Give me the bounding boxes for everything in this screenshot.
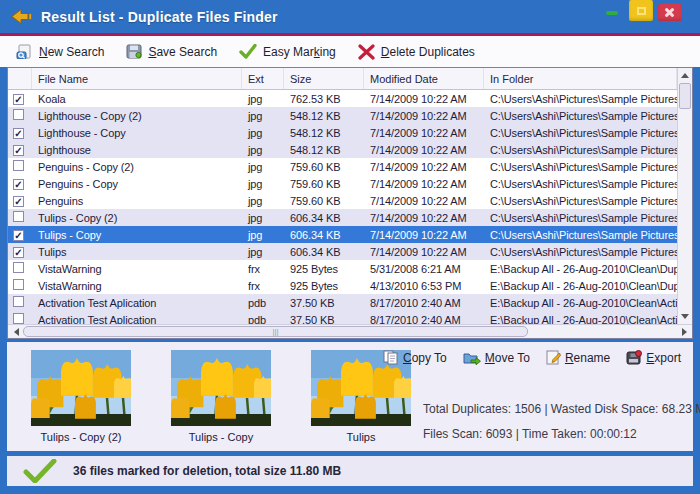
modified-date-cell: 7/14/2009 10:22 AM — [364, 195, 484, 207]
modified-date-cell: 5/31/2008 6:21 AM — [364, 263, 484, 275]
new-search-button[interactable]: New Search — [16, 44, 104, 59]
rename-button[interactable]: Rename — [546, 350, 610, 365]
maximize-button[interactable] — [629, 0, 653, 21]
scroll-down-icon[interactable] — [678, 310, 692, 323]
row-checkbox[interactable] — [13, 196, 24, 207]
ext-cell: jpg — [242, 144, 284, 156]
row-checkbox[interactable] — [13, 94, 24, 105]
file-name-cell: Lighthouse - Copy (2) — [32, 110, 242, 122]
copy-to-button[interactable]: Copy To — [383, 350, 447, 365]
table-row[interactable]: Tulips - Copy (2) jpg 606.34 KB 7/14/200… — [8, 209, 677, 226]
in-folder-cell: C:\Users\Ashi\Pictures\Sample Pictures\ — [484, 212, 677, 224]
in-folder-cell: E:\Backup All - 26-Aug-2010\Clean\Duplic… — [484, 263, 677, 275]
row-checkbox[interactable] — [13, 279, 24, 290]
tulips-thumbnail[interactable] — [31, 350, 131, 426]
in-folder-cell: E:\Backup All - 26-Aug-2010\Clean\Duplic… — [484, 280, 677, 292]
row-checkbox[interactable] — [13, 179, 24, 190]
move-to-label: Move To — [485, 351, 530, 365]
file-name-cell: VistaWarning — [32, 263, 242, 275]
save-search-button[interactable]: Save Search — [126, 44, 217, 59]
header-file-name[interactable]: File Name — [32, 68, 242, 89]
rename-pencil-icon — [546, 350, 561, 365]
table-row[interactable]: Activation Test Aplication pdb 37.50 KB … — [8, 294, 677, 311]
delete-duplicates-button[interactable]: Delete Duplicates — [358, 44, 475, 60]
table-row[interactable]: VistaWarning frx 925 Bytes 5/31/2008 6:2… — [8, 260, 677, 277]
table-row[interactable]: VistaWarning frx 925 Bytes 4/13/2010 6:5… — [8, 277, 677, 294]
row-checkbox[interactable] — [13, 109, 24, 120]
minimize-button[interactable] — [600, 4, 624, 21]
table-row[interactable]: Tulips jpg 606.34 KB 7/14/2009 10:22 AM … — [8, 243, 677, 260]
table-row[interactable]: Tulips - Copy jpg 606.34 KB 7/14/2009 10… — [8, 226, 677, 243]
checkbox-cell — [8, 262, 32, 275]
modified-date-cell: 4/13/2010 6:53 PM — [364, 280, 484, 292]
modified-date-cell: 8/17/2010 2:40 AM — [364, 314, 484, 325]
size-cell: 759.60 KB — [284, 195, 364, 207]
checkbox-cell — [8, 93, 32, 105]
table-row[interactable]: Lighthouse jpg 548.12 KB 7/14/2009 10:22… — [8, 141, 677, 158]
minimize-icon — [606, 11, 618, 15]
ext-cell: jpg — [242, 127, 284, 139]
status-check-icon — [23, 459, 57, 483]
modified-date-cell: 8/17/2010 2:40 AM — [364, 297, 484, 309]
checkbox-cell — [8, 279, 32, 292]
table-row[interactable]: Penguins - Copy jpg 759.60 KB 7/14/2009 … — [8, 175, 677, 192]
scroll-right-icon[interactable] — [677, 325, 691, 338]
file-name-cell: Activation Test Aplication — [32, 314, 242, 325]
header-modified-date[interactable]: Modified Date — [364, 68, 484, 89]
row-checkbox[interactable] — [13, 247, 24, 258]
horizontal-scroll-thumb[interactable] — [23, 326, 528, 337]
easy-marking-button[interactable]: Easy Marking — [239, 44, 336, 59]
window-controls — [600, 0, 692, 33]
table-row[interactable]: Penguins jpg 759.60 KB 7/14/2009 10:22 A… — [8, 192, 677, 209]
results-table: File Name Ext Size Modified Date In Fold… — [7, 67, 693, 339]
in-folder-cell: C:\Users\Ashi\Pictures\Sample Pictures\ — [484, 246, 677, 258]
header-size[interactable]: Size — [284, 68, 364, 89]
row-checkbox[interactable] — [13, 145, 24, 156]
ext-cell: jpg — [242, 93, 284, 105]
row-checkbox[interactable] — [13, 160, 24, 171]
vertical-scroll-thumb[interactable] — [679, 83, 691, 109]
table-row[interactable]: Koala jpg 762.53 KB 7/14/2009 10:22 AM C… — [8, 90, 677, 107]
table-row[interactable]: Lighthouse - Copy (2) jpg 548.12 KB 7/14… — [8, 107, 677, 124]
header-checkbox-column[interactable] — [8, 68, 32, 89]
checkbox-cell — [8, 144, 32, 156]
header-ext[interactable]: Ext — [242, 68, 284, 89]
table-row[interactable]: Penguins - Copy (2) jpg 759.60 KB 7/14/2… — [8, 158, 677, 175]
table-body: Koala jpg 762.53 KB 7/14/2009 10:22 AM C… — [8, 90, 677, 324]
in-folder-cell: C:\Users\Ashi\Pictures\Sample Pictures\ — [484, 110, 677, 122]
toolbar: New Search Save Search Easy Marking Dele… — [0, 36, 700, 67]
size-cell: 606.34 KB — [284, 212, 364, 224]
file-preview: Tulips - Copy (2) — [29, 350, 133, 451]
move-to-button[interactable]: Move To — [463, 350, 530, 365]
size-cell: 925 Bytes — [284, 263, 364, 275]
row-checkbox[interactable] — [13, 230, 24, 241]
export-label: Export — [646, 351, 681, 365]
tulips-thumbnail[interactable] — [171, 350, 271, 426]
header-in-folder[interactable]: In Folder — [484, 68, 677, 89]
row-checkbox[interactable] — [13, 313, 24, 324]
close-button[interactable] — [658, 4, 682, 21]
scroll-left-icon[interactable] — [9, 325, 23, 338]
in-folder-cell: E:\Backup All - 26-Aug-2010\Clean\Activa… — [484, 297, 677, 309]
checkmark-icon — [239, 44, 257, 59]
row-checkbox[interactable] — [13, 262, 24, 273]
bottom-right-panel: Copy To Move To Rename — [423, 342, 693, 451]
row-checkbox[interactable] — [13, 211, 24, 222]
scroll-up-icon[interactable] — [678, 69, 692, 82]
row-checkbox[interactable] — [13, 128, 24, 139]
table-row[interactable]: Activation Test Aplication pdb 37.50 KB … — [8, 311, 677, 324]
modified-date-cell: 7/14/2009 10:22 AM — [364, 127, 484, 139]
ext-cell: frx — [242, 263, 284, 275]
size-cell: 762.53 KB — [284, 93, 364, 105]
vertical-scrollbar[interactable] — [677, 68, 692, 324]
table-row[interactable]: Lighthouse - Copy jpg 548.12 KB 7/14/200… — [8, 124, 677, 141]
horizontal-scrollbar[interactable] — [8, 324, 692, 338]
row-checkbox[interactable] — [13, 296, 24, 307]
checkbox-cell — [8, 229, 32, 241]
in-folder-cell: C:\Users\Ashi\Pictures\Sample Pictures\ — [484, 144, 677, 156]
statistics: Total Duplicates: 1506 | Wasted Disk Spa… — [423, 397, 681, 447]
export-button[interactable]: Export — [626, 350, 681, 365]
titlebar: Result List - Duplicate Files Finder — [0, 0, 700, 33]
statusbar: 36 files marked for deletion, total size… — [7, 456, 693, 486]
file-name-cell: Tulips - Copy — [32, 229, 242, 241]
